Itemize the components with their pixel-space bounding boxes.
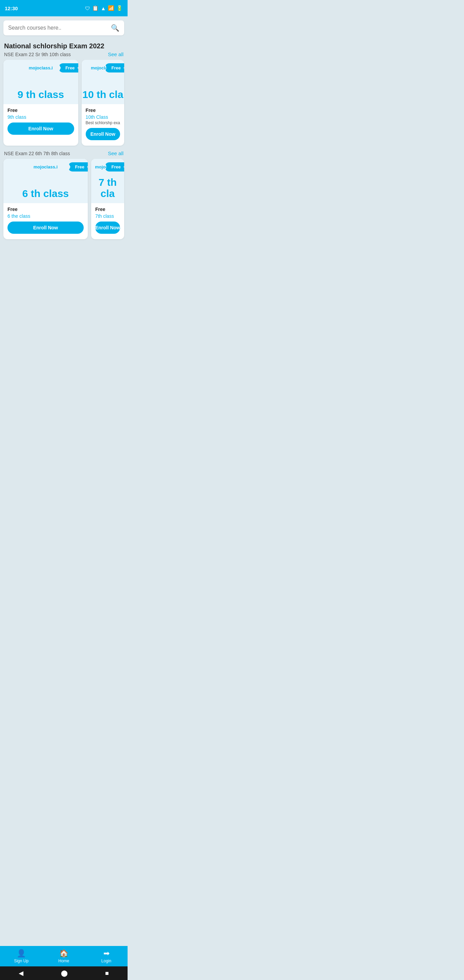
card-class10: mojoclass.i 10 th cla Free Free 10th Cla… [82, 60, 124, 146]
enroll-button-class9[interactable]: Enroll Now [8, 123, 74, 135]
status-icons: 🛡 📋 ▲ 📶 🔋 [85, 5, 123, 11]
card-class9: mojoclass.i 9 th class Free Free 9th cla… [3, 60, 78, 146]
section-subtitle-junior: NSE Exam 22 6th 7th 8th class [4, 151, 70, 156]
card-banner-class6: mojoclass.i 6 th class Free [3, 159, 88, 203]
search-icon[interactable]: 🔍 [111, 24, 119, 32]
sub-label-class7: 7th class [95, 213, 120, 219]
section-subtitle-nse: NSE Exam 22 Sr 9th 10th class [4, 52, 71, 57]
search-input[interactable] [8, 25, 111, 31]
status-bar: 12:30 🛡 📋 ▲ 📶 🔋 [0, 0, 127, 16]
card-banner-class9: mojoclass.i 9 th class Free [3, 60, 78, 104]
class-label-class6: 6 th class [3, 188, 88, 199]
card-banner-class10: mojoclass.i 10 th cla Free [82, 60, 124, 104]
card-class6: mojoclass.i 6 th class Free Free 6 the c… [3, 159, 88, 239]
recent-button[interactable]: ■ [105, 970, 109, 977]
nav-item-home[interactable]: 🏠 Home [43, 946, 85, 966]
signal-icon: 📶 [108, 5, 114, 11]
class-label-class9: 9 th class [3, 89, 78, 100]
main-content: 🔍 National schlorship Exam 2022 NSE Exam… [0, 21, 127, 284]
card-banner-class7: mojoclass.s 7 th cla Free [91, 159, 124, 203]
class-label-class10: 10 th cla [82, 89, 124, 100]
see-all-nse[interactable]: See all [108, 51, 124, 57]
sub-label-class6: 6 the class [8, 213, 84, 219]
desc-class10: Best schlorshp exa [86, 121, 120, 125]
nav-item-signup[interactable]: 👤 Sign Up [0, 946, 43, 966]
free-badge-class9: Free [59, 63, 78, 73]
bottom-nav: 👤 Sign Up 🏠 Home ➡ Login [0, 946, 127, 966]
cards-row-junior: mojoclass.i 6 th class Free Free 6 the c… [0, 159, 127, 243]
cards-row-senior: mojoclass.i 9 th class Free Free 9th cla… [0, 60, 127, 150]
card-class7: mojoclass.s 7 th cla Free Free 7th class… [91, 159, 124, 239]
free-badge-class7: Free [105, 162, 124, 172]
nav-item-login[interactable]: ➡ Login [85, 946, 127, 966]
free-badge-class6: Free [68, 162, 87, 172]
login-icon: ➡ [103, 949, 110, 958]
nav-label-login: Login [102, 959, 111, 963]
section-sub-row-nse: NSE Exam 22 Sr 9th 10th class See all [0, 51, 127, 60]
price-label-class6: Free [8, 207, 84, 212]
section-title-nse: National schlorship Exam 2022 [0, 40, 127, 51]
wifi-icon: ▲ [101, 5, 106, 11]
home-icon: 🏠 [59, 949, 68, 958]
price-label-class10: Free [86, 108, 120, 113]
signup-icon: 👤 [17, 949, 26, 958]
clipboard-icon: 📋 [92, 5, 99, 11]
nav-label-home: Home [58, 959, 69, 963]
back-button[interactable]: ◀ [19, 969, 24, 977]
free-badge-class10: Free [105, 63, 124, 73]
shield-icon: 🛡 [85, 5, 90, 11]
card-body-class10: Free 10th Class Best schlorshp exa Enrol… [82, 104, 124, 140]
enroll-button-class6[interactable]: Enroll Now [8, 221, 84, 234]
status-time: 12:30 [5, 5, 18, 11]
battery-icon: 🔋 [116, 5, 123, 11]
section-sub-row-junior: NSE Exam 22 6th 7th 8th class See all [0, 150, 127, 159]
enroll-button-class10[interactable]: Enroll Now [86, 128, 120, 140]
class-label-class7: 7 th cla [91, 177, 124, 199]
see-all-junior[interactable]: See all [108, 150, 124, 156]
card-body-class7: Free 7th class Enroll Now [91, 203, 124, 234]
system-nav: ◀ ⬤ ■ [0, 966, 127, 980]
sub-label-class9: 9th class [8, 115, 74, 120]
sub-label-class10: 10th Class [86, 115, 120, 120]
price-label-class7: Free [95, 207, 120, 212]
nav-label-signup: Sign Up [14, 959, 29, 963]
search-bar: 🔍 [3, 21, 124, 35]
enroll-button-class7[interactable]: Enroll Now [95, 221, 120, 234]
home-button[interactable]: ⬤ [61, 969, 68, 977]
card-body-class6: Free 6 the class Enroll Now [3, 203, 88, 234]
card-body-class9: Free 9th class Enroll Now [3, 104, 78, 135]
price-label-class9: Free [8, 108, 74, 113]
